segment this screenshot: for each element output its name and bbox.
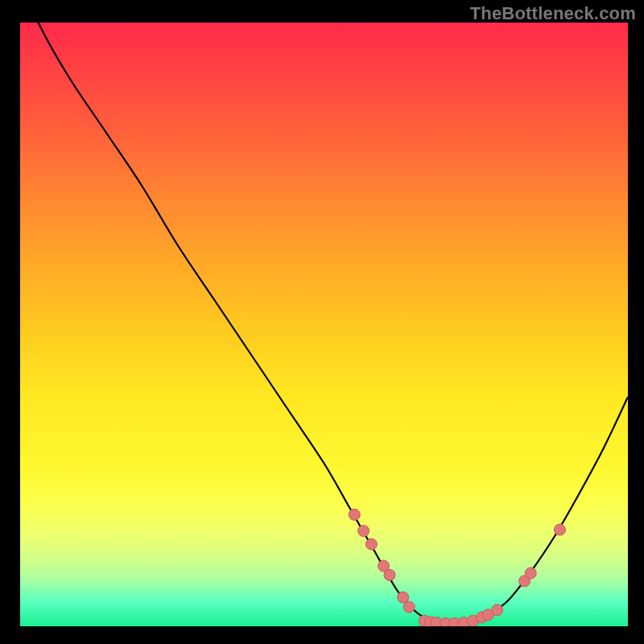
data-marker [554,524,565,535]
chart-frame: TheBottleneck.com [0,0,644,644]
data-marker [403,601,415,613]
watermark-text: TheBottleneck.com [470,3,636,24]
data-markers-group [349,509,565,626]
curve-svg [20,23,628,626]
plot-area [20,23,628,626]
data-marker [384,569,395,580]
data-marker [349,509,360,520]
data-marker [492,605,503,616]
data-marker [365,539,377,550]
data-marker [525,568,536,579]
data-marker [358,526,369,537]
bottleneck-curve [20,23,628,624]
data-marker [398,592,409,603]
